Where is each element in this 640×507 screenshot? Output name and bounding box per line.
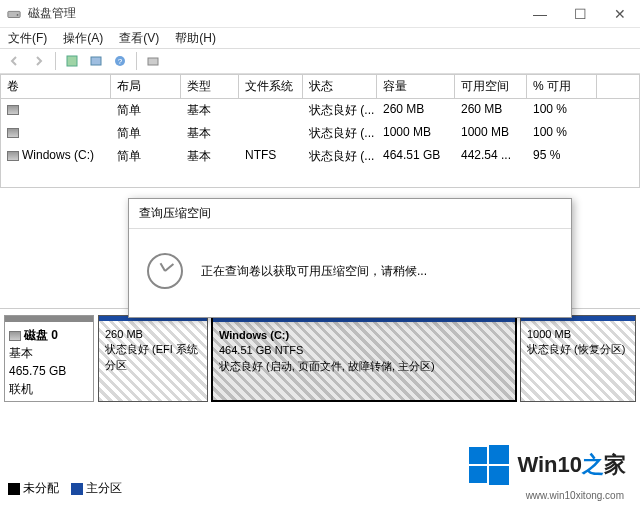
svg-rect-2 (67, 56, 77, 66)
close-button[interactable]: ✕ (600, 0, 640, 28)
minimize-button[interactable]: — (520, 0, 560, 28)
help-button[interactable]: ? (109, 51, 131, 71)
svg-rect-8 (489, 445, 509, 464)
menu-file[interactable]: 文件(F) (4, 29, 51, 48)
table-header: 卷 布局 类型 文件系统 状态 容量 可用空间 % 可用 (1, 75, 639, 99)
col-fs[interactable]: 文件系统 (239, 75, 303, 98)
legend-unallocated: 未分配 (8, 480, 59, 497)
svg-text:?: ? (118, 57, 123, 66)
title-bar: 磁盘管理 — ☐ ✕ (0, 0, 640, 28)
col-status[interactable]: 状态 (303, 75, 377, 98)
menu-view[interactable]: 查看(V) (115, 29, 163, 48)
volume-icon (7, 151, 19, 161)
disk-graphic: 磁盘 0 基本 465.75 GB 联机 260 MB 状态良好 (EFI 系统… (0, 308, 640, 408)
toolbar: ? (0, 48, 640, 74)
refresh-button[interactable] (85, 51, 107, 71)
back-button[interactable] (4, 51, 26, 71)
partition-2-selected[interactable]: Windows (C:) 464.51 GB NTFS 状态良好 (启动, 页面… (211, 315, 517, 402)
app-icon (6, 6, 22, 22)
svg-rect-6 (148, 58, 158, 65)
forward-button[interactable] (28, 51, 50, 71)
disk-info[interactable]: 磁盘 0 基本 465.75 GB 联机 (4, 315, 94, 402)
toolbar-separator (55, 52, 56, 70)
dialog-title: 查询压缩空间 (129, 199, 571, 229)
svg-point-1 (17, 14, 19, 16)
partition-3[interactable]: 1000 MB 状态良好 (恢复分区) (520, 315, 636, 402)
legend: 未分配 主分区 (8, 480, 122, 497)
partition-1[interactable]: 260 MB 状态良好 (EFI 系统分区 (98, 315, 208, 402)
toolbar-button-1[interactable] (61, 51, 83, 71)
volume-table: 卷 布局 类型 文件系统 状态 容量 可用空间 % 可用 简单 基本 状态良好 … (0, 74, 640, 188)
col-capacity[interactable]: 容量 (377, 75, 455, 98)
toolbar-separator (136, 52, 137, 70)
col-free[interactable]: 可用空间 (455, 75, 527, 98)
watermark-logo: Win10之家 (467, 443, 626, 487)
table-body: 简单 基本 状态良好 (... 260 MB 260 MB 100 % 简单 基… (1, 99, 639, 187)
volume-icon (7, 105, 19, 115)
maximize-button[interactable]: ☐ (560, 0, 600, 28)
shrink-query-dialog: 查询压缩空间 正在查询卷以获取可用压缩空间，请稍候... (128, 198, 572, 318)
toolbar-button-2[interactable] (142, 51, 164, 71)
menu-action[interactable]: 操作(A) (59, 29, 107, 48)
legend-primary: 主分区 (71, 480, 122, 497)
col-type[interactable]: 类型 (181, 75, 239, 98)
win10-logo-icon (467, 443, 511, 487)
col-pct[interactable]: % 可用 (527, 75, 597, 98)
svg-rect-9 (469, 466, 487, 483)
dialog-message: 正在查询卷以获取可用压缩空间，请稍候... (201, 263, 427, 280)
clock-icon (147, 253, 183, 289)
col-layout[interactable]: 布局 (111, 75, 181, 98)
table-row[interactable]: 简单 基本 状态良好 (... 1000 MB 1000 MB 100 % (1, 122, 639, 145)
svg-rect-10 (489, 466, 509, 485)
svg-rect-3 (91, 57, 101, 65)
table-row[interactable]: Windows (C:) 简单 基本 NTFS 状态良好 (... 464.51… (1, 145, 639, 168)
volume-icon (7, 128, 19, 138)
table-row[interactable]: 简单 基本 状态良好 (... 260 MB 260 MB 100 % (1, 99, 639, 122)
menu-bar: 文件(F) 操作(A) 查看(V) 帮助(H) (0, 28, 640, 48)
disk-icon (9, 331, 21, 341)
svg-rect-7 (469, 447, 487, 464)
watermark-url: www.win10xitong.com (526, 490, 624, 501)
col-volume[interactable]: 卷 (1, 75, 111, 98)
menu-help[interactable]: 帮助(H) (171, 29, 220, 48)
window-title: 磁盘管理 (28, 5, 520, 22)
svg-rect-0 (8, 11, 20, 17)
